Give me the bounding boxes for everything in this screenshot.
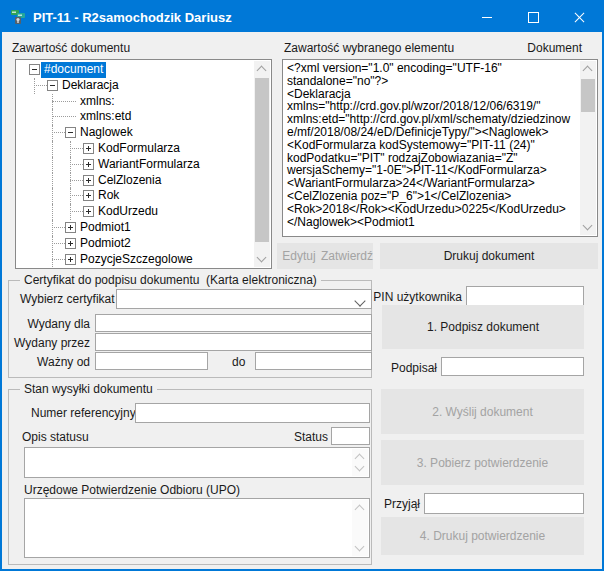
tree-item[interactable]: xmlns: — [16, 94, 254, 110]
certificate-select[interactable] — [116, 289, 372, 309]
tree-item[interactable]: PozycjeSzczegolowe — [16, 252, 254, 268]
tree-guide-line — [70, 164, 83, 165]
xml-content-view[interactable]: <?xml version="1.0" encoding="UTF-16" st… — [282, 59, 598, 237]
tree-guide-line — [52, 141, 53, 157]
scroll-down-icon[interactable] — [257, 253, 267, 263]
tree-item[interactable]: Naglowek — [16, 125, 254, 141]
status-group-title: Stan wysyłki dokumentu — [20, 382, 157, 396]
tree-expander-icon[interactable] — [83, 206, 94, 217]
sign-document-button[interactable]: 1. Podpisz dokument — [382, 305, 584, 349]
accepted-by-input[interactable] — [424, 493, 584, 514]
approve-button[interactable]: Zatwierdź — [321, 243, 373, 269]
titlebar[interactable]: PIT-11 - R2samochodzik Dariusz — [2, 2, 602, 32]
tree-item-label[interactable]: KodUrzedu — [98, 204, 158, 220]
edit-button[interactable]: Edytuj — [277, 243, 321, 269]
tree-expander-icon[interactable] — [65, 254, 76, 265]
tree-guide-line — [52, 204, 53, 220]
tree-item-label[interactable]: Rok — [98, 188, 119, 204]
accepted-by-label: Przyjął — [376, 497, 420, 511]
xml-scrollbar[interactable] — [580, 61, 596, 235]
tree-guide-line — [52, 259, 65, 260]
tree-item-label[interactable]: Podmiot2 — [80, 236, 131, 252]
scroll-up-icon[interactable] — [355, 505, 365, 515]
document-contents-label: Zawartość dokumentu — [12, 41, 130, 55]
issued-by-input[interactable] — [95, 333, 372, 351]
select-certificate-label: Wybierz certyfikat — [20, 292, 112, 306]
tree-item-label[interactable]: PozycjeSzczegolowe — [80, 252, 193, 268]
pin-label: PIN użytkownika — [372, 290, 462, 304]
tree-item[interactable]: CelZlozenia — [16, 173, 254, 189]
tree-expander-icon[interactable] — [65, 222, 76, 233]
maximize-button[interactable] — [510, 2, 556, 32]
mode-label: Dokument — [482, 41, 582, 55]
tree-item[interactable]: Deklaracja — [16, 78, 254, 94]
tree-item-label[interactable]: #document — [41, 62, 106, 78]
signed-by-label: Podpisał — [387, 361, 437, 375]
tree-item[interactable]: KodUrzedu — [16, 204, 254, 220]
valid-to-input[interactable] — [255, 352, 372, 370]
scroll-down-icon[interactable] — [355, 542, 365, 552]
tree-item-label[interactable]: xmlns: — [80, 94, 115, 110]
upo-textarea[interactable] — [24, 498, 370, 558]
tree-item-label[interactable]: WariantFormularza — [98, 157, 200, 173]
upo-label: Urzędowe Potwierdzenie Odbioru (UPO) — [24, 483, 240, 497]
tree-item-label[interactable]: Naglowek — [80, 125, 133, 141]
tree-guide-line — [52, 173, 53, 189]
close-button[interactable] — [556, 2, 602, 32]
issued-for-input[interactable] — [95, 314, 372, 332]
tree-item[interactable]: #document — [16, 62, 254, 78]
tree-item-label[interactable]: xmlns:etd — [80, 109, 131, 125]
tree-item-label[interactable]: CelZlozenia — [98, 173, 161, 189]
tree-item-label[interactable]: Deklaracja — [62, 78, 119, 94]
reference-number-input[interactable] — [135, 403, 370, 423]
tree-item[interactable]: Podmiot1 — [16, 220, 254, 236]
tree-expander-icon[interactable] — [65, 127, 76, 138]
status-desc-scrollbar[interactable] — [352, 449, 368, 476]
xml-scrollbar-thumb[interactable] — [581, 79, 595, 112]
minimize-icon — [482, 17, 492, 18]
tree-item[interactable]: xmlns:etd — [16, 109, 254, 125]
tree-item[interactable]: Podmiot2 — [16, 236, 254, 252]
scroll-down-icon[interactable] — [355, 462, 365, 472]
tree-expander-icon[interactable] — [29, 64, 40, 75]
scroll-up-icon[interactable] — [583, 66, 593, 76]
minimize-button[interactable] — [464, 2, 510, 32]
tree-expander-icon[interactable] — [83, 159, 94, 170]
send-document-button[interactable]: 2. Wyślij dokument — [381, 389, 584, 434]
tree-expander-icon[interactable] — [65, 238, 76, 249]
upo-scrollbar[interactable] — [352, 500, 368, 556]
tree-guide-line — [52, 132, 65, 133]
tree-expander-icon[interactable] — [83, 175, 94, 186]
tree-guide-line — [52, 101, 76, 102]
tree-guide-line — [52, 243, 65, 244]
valid-from-input[interactable] — [95, 352, 208, 370]
document-tree[interactable]: #documentDeklaracjaxmlns:xmlns:etdNaglow… — [15, 59, 272, 269]
tree-scrollbar-thumb[interactable] — [255, 78, 269, 242]
status-input[interactable] — [331, 427, 370, 445]
tree-scrollbar[interactable] — [254, 61, 270, 267]
combo-chevron-icon — [354, 295, 365, 306]
fetch-confirmation-button[interactable]: 3. Pobierz potwierdzenie — [381, 440, 584, 485]
tree-item-label[interactable]: Podmiot1 — [80, 220, 131, 236]
signed-by-input[interactable] — [441, 357, 584, 376]
xml-content-text: <?xml version="1.0" encoding="UTF-16" st… — [283, 60, 580, 236]
tree-guide-line — [70, 195, 83, 196]
tree-guide-line — [52, 188, 53, 204]
tree-guide-line — [70, 180, 83, 181]
pin-input[interactable] — [466, 286, 584, 306]
status-desc-textarea[interactable] — [24, 447, 370, 478]
tree-item[interactable]: Rok — [16, 188, 254, 204]
scroll-down-icon[interactable] — [583, 221, 593, 231]
scroll-up-icon[interactable] — [257, 66, 267, 76]
tree-item[interactable]: WariantFormularza — [16, 157, 254, 173]
issued-for-label: Wydany dla — [15, 317, 90, 331]
tree-expander-icon[interactable] — [83, 143, 94, 154]
print-document-button[interactable]: Drukuj dokument — [380, 243, 598, 269]
tree-expander-icon[interactable] — [47, 80, 58, 91]
app-icon — [10, 9, 26, 25]
tree-expander-icon[interactable] — [83, 190, 94, 201]
status-desc-label: Opis statusu — [22, 430, 89, 444]
tree-item-label[interactable]: KodFormularza — [98, 141, 180, 157]
tree-item[interactable]: KodFormularza — [16, 141, 254, 157]
print-confirmation-button[interactable]: 4. Drukuj potwierdzenie — [381, 517, 584, 555]
